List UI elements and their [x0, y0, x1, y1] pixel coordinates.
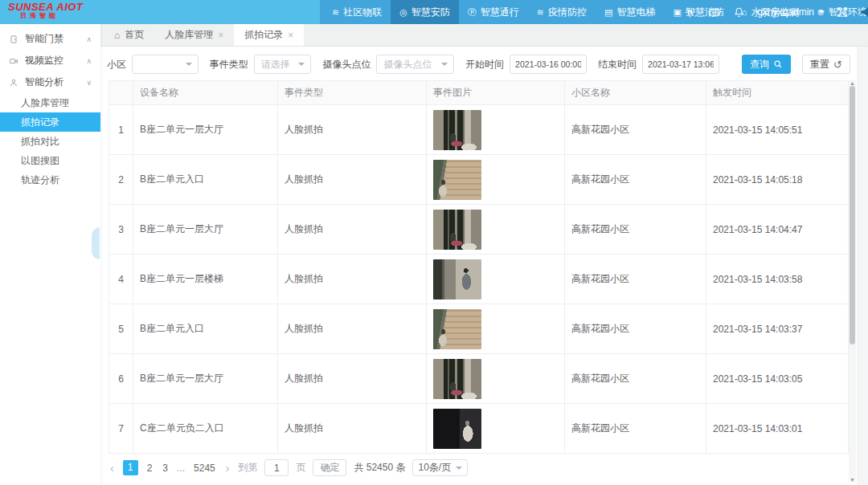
event-snapshot-image[interactable] — [433, 259, 481, 300]
event-snapshot-image[interactable] — [433, 210, 481, 250]
page-ellipsis: ... — [177, 463, 185, 474]
table-row: 4B座二单元一层楼梯人脸抓拍高新花园小区2021-03-15 14:03:58 — [109, 255, 849, 304]
search-button[interactable]: 查询 — [742, 55, 791, 74]
security-target-icon: ◎ — [399, 7, 407, 18]
user-menu[interactable]: gxhyxqadmin — [757, 6, 825, 18]
sidebar-item-capture-records[interactable]: 抓拍记录 — [0, 112, 100, 132]
tab-home[interactable]: ⌂ 首页 — [104, 24, 154, 46]
records-table: 设备名称 事件类型 事件图片 小区名称 触发时间 1B座二单元一层大厅人脸抓拍高… — [108, 80, 849, 454]
page-number-last[interactable]: 5245 — [192, 463, 217, 474]
event-snapshot-image[interactable] — [433, 110, 481, 150]
reset-button[interactable]: 重置 ↺ — [802, 55, 850, 74]
sidebar-item-smart-analysis[interactable]: 智能分析 ∨ — [0, 71, 100, 93]
nav-item-label: 疫情防控 — [548, 6, 587, 19]
community-name-cell: 高新花园小区 — [565, 205, 706, 255]
message-card-icon[interactable] — [708, 6, 721, 18]
chevron-down-icon — [456, 467, 462, 473]
event-image-cell — [427, 155, 565, 205]
select-placeholder: 请选择 — [261, 58, 290, 71]
device-name-cell: B座二单元一层楼梯 — [133, 255, 278, 304]
nav-item-smart-elevator[interactable]: ▤ 智慧电梯 — [596, 0, 664, 24]
start-time-label: 开始时间 — [465, 58, 504, 71]
goto-confirm-button[interactable]: 确定 — [313, 459, 346, 476]
next-page-icon[interactable]: › — [224, 462, 231, 475]
device-name-cell: B座二单元入口 — [133, 155, 278, 205]
nav-item-epidemic-control[interactable]: ≋ 疫情防控 — [528, 0, 596, 24]
trigger-time-cell: 2021-03-15 14:03:05 — [706, 354, 849, 404]
close-icon[interactable]: × — [218, 30, 223, 41]
chevron-up-icon: ∧ — [86, 57, 92, 65]
community-name-cell: 高新花园小区 — [565, 105, 706, 155]
sidebar-item-capture-compare[interactable]: 抓拍对比 — [0, 132, 100, 151]
nav-item-community-iot[interactable]: ≋ 社区物联 — [323, 0, 391, 24]
goto-page-input[interactable] — [264, 459, 289, 476]
fire-square-icon: ▣ — [673, 7, 681, 18]
door-lock-icon — [9, 35, 18, 44]
sidebar-item-trajectory-analysis[interactable]: 轨迹分析 — [0, 170, 100, 190]
settings-gear-icon[interactable] — [684, 6, 696, 18]
page-size-value: 10条/页 — [418, 461, 451, 475]
page-number-2[interactable]: 2 — [145, 463, 154, 474]
page-number-3[interactable]: 3 — [161, 463, 170, 474]
scroll-down-icon[interactable]: ▼ — [849, 477, 856, 483]
table-scrollbar[interactable]: ▲ ▼ — [849, 80, 856, 483]
tab-label: 抓拍记录 — [244, 28, 283, 42]
event-image-column-header: 事件图片 — [427, 81, 565, 105]
community-name-cell: 高新花园小区 — [565, 304, 706, 354]
event-snapshot-image[interactable] — [433, 160, 481, 200]
community-filter-label: 小区 — [107, 58, 126, 71]
sidebar-item-face-library[interactable]: 人脸库管理 — [0, 93, 100, 112]
sidebar-item-search-by-image[interactable]: 以图搜图 — [0, 151, 100, 170]
tab-face-library[interactable]: 人脸库管理 × — [154, 24, 234, 46]
camera-select[interactable]: 摄像头点位 — [376, 55, 454, 74]
close-icon[interactable]: × — [288, 30, 293, 41]
event-image-cell — [427, 105, 565, 155]
community-select[interactable] — [132, 55, 199, 74]
table-row: 7C座二单元负二入口人脸抓拍高新花园小区2021-03-15 14:03:01 — [109, 404, 849, 454]
start-time-input[interactable] — [510, 55, 587, 74]
device-name-cell: B座二单元一层大厅 — [133, 354, 278, 404]
event-snapshot-image[interactable] — [433, 359, 481, 399]
scroll-up-icon[interactable]: ▲ — [849, 80, 856, 86]
device-name-cell: B座二单元入口 — [133, 304, 278, 354]
event-type-cell: 人脸抓拍 — [278, 354, 427, 404]
scrollbar-thumb[interactable] — [850, 86, 855, 344]
end-time-input[interactable] — [642, 55, 719, 74]
notification-bell-icon[interactable] — [733, 6, 745, 18]
prev-page-icon[interactable]: ‹ — [108, 462, 116, 475]
trigger-time-cell: 2021-03-15 14:03:01 — [706, 404, 849, 454]
tab-bar: ⌂ 首页 人脸库管理 × 抓拍记录 × — [100, 24, 868, 47]
nav-item-smart-security[interactable]: ◎ 智慧安防 — [391, 0, 459, 24]
brand-subtitle: 日海智能 — [8, 13, 83, 19]
row-index-cell: 3 — [109, 205, 133, 255]
nav-item-label: 社区物联 — [343, 6, 382, 19]
event-type-select[interactable]: 请选择 — [254, 55, 312, 74]
fullscreen-icon[interactable] — [837, 6, 848, 18]
iot-waves-icon: ≋ — [332, 7, 339, 18]
page-size-select[interactable]: 10条/页 — [412, 459, 468, 476]
event-type-cell: 人脸抓拍 — [278, 255, 427, 304]
tab-capture-records[interactable]: 抓拍记录 × — [234, 24, 304, 46]
access-p-icon: Ⓟ — [468, 6, 477, 18]
announcement-speaker-icon[interactable] — [860, 6, 868, 18]
event-type-cell: 人脸抓拍 — [278, 304, 427, 354]
row-index-cell: 5 — [109, 304, 133, 354]
sidebar-collapse-handle[interactable] — [92, 227, 100, 259]
event-snapshot-image[interactable] — [433, 409, 481, 449]
home-icon: ⌂ — [114, 30, 120, 41]
sidebar-item-label: 智能门禁 — [25, 32, 63, 46]
row-index-cell: 2 — [109, 155, 133, 205]
event-image-cell — [427, 304, 565, 354]
sidebar: 智能门禁 ∧ 视频监控 ∧ 智能分析 ∨ 人脸库管理 抓拍记录 抓拍对比 以图搜… — [0, 24, 100, 485]
chevron-up-icon: ∧ — [86, 35, 92, 43]
nav-item-smart-access[interactable]: Ⓟ 智慧通行 — [459, 0, 528, 24]
reset-icon: ↺ — [833, 59, 842, 71]
main-panel: 小区 事件类型 请选择 摄像头点位 摄像头点位 开始时间 结束时间 — [100, 47, 857, 485]
sidebar-item-door-access[interactable]: 智能门禁 ∧ — [0, 28, 100, 50]
sidebar-item-video-monitor[interactable]: 视频监控 ∧ — [0, 50, 100, 71]
chevron-down-icon — [186, 63, 192, 69]
device-name-cell: B座二单元一层大厅 — [133, 105, 278, 155]
trigger-time-cell: 2021-03-15 14:05:51 — [706, 105, 849, 155]
event-snapshot-image[interactable] — [433, 309, 481, 349]
page-number-1[interactable]: 1 — [123, 460, 138, 475]
